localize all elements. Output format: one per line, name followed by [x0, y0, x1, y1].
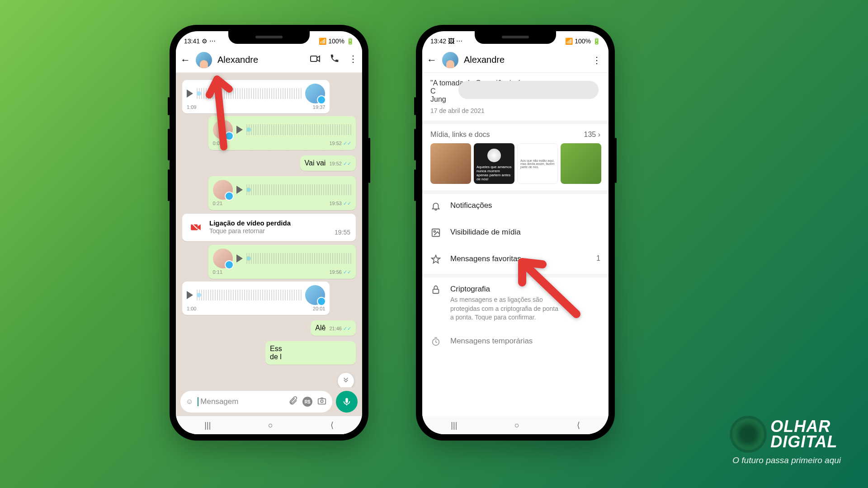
svg-rect-0: [311, 56, 317, 61]
contact-name[interactable]: Alexandre: [217, 55, 304, 65]
read-receipt-icon: ✓✓: [343, 201, 351, 206]
missed-video-icon: [188, 219, 204, 235]
home-nav-icon[interactable]: ○: [268, 421, 273, 430]
read-receipt-icon: ✓✓: [343, 161, 351, 166]
text-message-out[interactable]: Ess de l: [265, 341, 356, 365]
status-bar: 13:41 ⚙ ⋯ 📶 100%🔋: [176, 31, 362, 47]
media-section-label: Mídia, links e docs: [430, 131, 490, 139]
status-time: 13:41: [184, 38, 200, 45]
more-options-icon[interactable]: ⋮: [349, 53, 358, 66]
waveform[interactable]: [246, 124, 351, 135]
annotation-arrow: [511, 253, 583, 321]
payment-icon[interactable]: R$: [302, 397, 312, 407]
sender-avatar: [213, 249, 233, 268]
star-icon: [430, 254, 441, 267]
svg-rect-4: [345, 398, 348, 403]
disappearing-messages-setting[interactable]: Mensagens temporárias: [422, 329, 609, 356]
play-icon[interactable]: [236, 254, 243, 263]
read-receipt-icon: ✓✓: [343, 141, 351, 146]
chat-header[interactable]: ← Alexandre ⋮: [176, 47, 362, 73]
media-thumbnail[interactable]: Aqueles que amamos nunca morrem apenas p…: [474, 143, 514, 184]
media-visibility-setting[interactable]: Visibilidade de mídia: [422, 221, 609, 247]
sender-avatar: [305, 84, 325, 103]
status-battery: 100%: [575, 38, 591, 45]
play-icon[interactable]: [187, 89, 193, 98]
phone-mockup-contact-info: 13:42 🖼 ⋯ 📶 100%🔋 ← Alexandre ⋮ "A tomad…: [416, 25, 615, 441]
phone-mockup-chat: 13:41 ⚙ ⋯ 📶 100%🔋 ← Alexandre ⋮: [170, 25, 368, 441]
waveform[interactable]: [197, 290, 302, 300]
video-call-icon[interactable]: [310, 53, 321, 66]
recents-nav-icon[interactable]: |||: [204, 421, 211, 430]
contact-info-header: ← Alexandre ⋮: [422, 47, 609, 73]
waveform[interactable]: [246, 253, 351, 264]
voice-message-in[interactable]: 1:0020:01: [182, 282, 330, 315]
brand-watermark: OLHAR DIGITAL O futuro passa primeiro aq…: [732, 418, 841, 465]
status-battery: 100%: [328, 38, 344, 45]
media-thumbnails[interactable]: Aqueles que amamos nunca morrem apenas p…: [430, 143, 600, 184]
camera-icon[interactable]: [317, 396, 327, 408]
back-nav-icon[interactable]: ⟨: [577, 420, 580, 430]
message-input[interactable]: ☺ Mensagem R$: [180, 391, 332, 413]
media-thumbnail[interactable]: Aos que não estão aqui, mas ainda assim,…: [517, 143, 558, 184]
read-receipt-icon: ✓✓: [343, 326, 351, 331]
contact-name: Alexandre: [464, 55, 584, 65]
media-thumbnail[interactable]: [561, 143, 601, 184]
emoji-icon[interactable]: ☺: [186, 398, 193, 406]
phone-call-icon[interactable]: [330, 53, 340, 66]
contact-status-quote: "A tomada da Consciência é um C Jung: [422, 73, 609, 107]
media-thumbnail[interactable]: [430, 143, 471, 184]
status-time: 13:42: [430, 38, 446, 45]
voice-record-button[interactable]: [336, 391, 358, 413]
text-message-out[interactable]: Alê 21:46 ✓✓: [311, 320, 356, 336]
redacted-area: [458, 81, 599, 99]
sender-avatar: [305, 285, 325, 305]
text-message-out[interactable]: Vai vai 19:52 ✓✓: [300, 155, 356, 171]
image-icon: [430, 228, 441, 240]
status-date: 17 de abril de 2021: [422, 107, 609, 121]
play-icon[interactable]: [236, 186, 243, 194]
sender-avatar: [213, 180, 233, 200]
chevron-right-icon: ›: [598, 131, 600, 138]
svg-rect-2: [318, 399, 326, 404]
scroll-to-bottom-button[interactable]: [338, 373, 354, 389]
contact-avatar[interactable]: [196, 52, 212, 68]
waveform[interactable]: [246, 184, 351, 195]
brand-logo-icon: [732, 418, 764, 450]
bell-icon: [430, 201, 441, 213]
status-bar: 13:42 🖼 ⋯ 📶 100%🔋: [422, 31, 609, 47]
back-arrow-icon[interactable]: ←: [180, 54, 190, 66]
svg-rect-7: [433, 289, 439, 293]
home-nav-icon[interactable]: ○: [514, 421, 519, 430]
android-nav-bar: ||| ○ ⟨: [176, 416, 362, 434]
message-input-bar: ☺ Mensagem R$: [176, 387, 362, 416]
media-links-docs-section[interactable]: Mídia, links e docs 135 › Aqueles que am…: [422, 121, 609, 190]
notifications-setting[interactable]: Notificações: [422, 194, 609, 221]
timer-icon: [430, 337, 441, 349]
contact-avatar[interactable]: [442, 52, 458, 68]
media-count: 135: [584, 131, 596, 138]
svg-point-6: [434, 230, 435, 232]
svg-point-3: [321, 400, 323, 403]
attach-icon[interactable]: [288, 396, 298, 408]
play-icon[interactable]: [187, 291, 193, 299]
back-arrow-icon[interactable]: ←: [427, 54, 437, 66]
voice-message-out[interactable]: 0:2119:53 ✓✓: [208, 176, 356, 210]
annotation-arrow: [201, 70, 246, 151]
more-options-icon[interactable]: ⋮: [590, 55, 604, 66]
voice-message-out[interactable]: 0:1119:56 ✓✓: [208, 245, 356, 279]
back-nav-icon[interactable]: ⟨: [330, 420, 334, 430]
brand-slogan: O futuro passa primeiro aqui: [732, 455, 841, 465]
missed-video-call[interactable]: Ligação de vídeo perdida Toque para reto…: [182, 214, 356, 241]
recents-nav-icon[interactable]: |||: [451, 421, 457, 430]
lock-icon: [430, 285, 441, 297]
read-receipt-icon: ✓✓: [343, 269, 351, 275]
android-nav-bar: ||| ○ ⟨: [422, 416, 609, 434]
